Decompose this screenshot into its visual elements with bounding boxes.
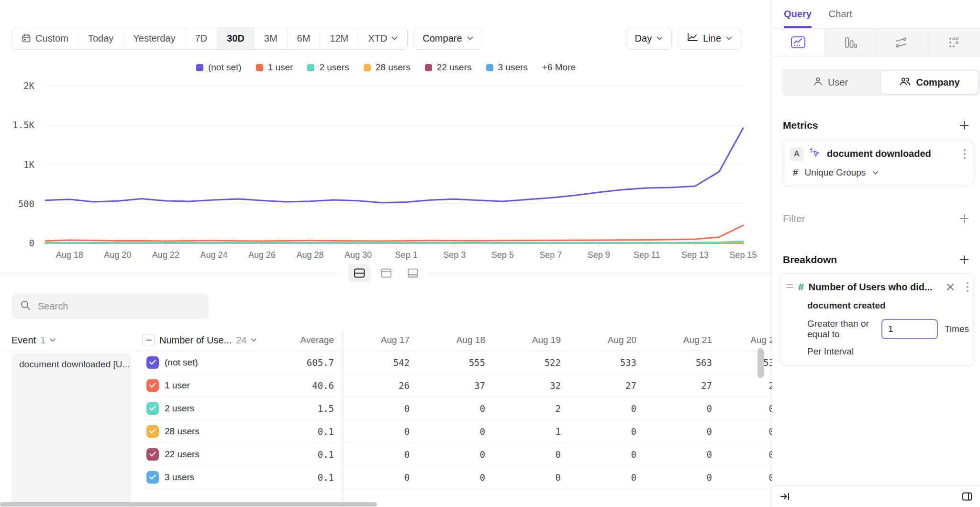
series-label-cell[interactable]: 22 users <box>143 448 263 461</box>
range-button-xtd[interactable]: XTD <box>358 27 407 49</box>
legend-swatch <box>256 64 263 71</box>
svg-text:Aug 26: Aug 26 <box>248 250 276 260</box>
user-icon <box>813 77 823 88</box>
breakdown-title: Breakdown <box>783 254 837 265</box>
series-label-cell[interactable]: 3 users <box>143 471 263 484</box>
entity-company-option[interactable]: Company <box>880 70 979 94</box>
date-column-header: Aug 17 <box>334 335 410 345</box>
panel-footer <box>772 485 980 507</box>
series-checkbox[interactable] <box>146 448 159 461</box>
chart-toolbar: CustomTodayYesterday7D30D3M6M12MXTD Comp… <box>0 0 772 50</box>
tab-chart[interactable]: Chart <box>829 9 852 28</box>
chart-type-bar[interactable] <box>824 29 876 56</box>
range-button-today[interactable]: Today <box>78 27 123 49</box>
chevron-down-icon <box>657 36 663 40</box>
event-column-header[interactable]: Event 1 <box>11 335 143 346</box>
value-cell: 2 <box>712 380 772 391</box>
range-button-12m[interactable]: 12M <box>320 27 358 49</box>
legend-item[interactable]: 22 users <box>425 62 472 73</box>
collapse-panel-icon[interactable] <box>780 492 791 501</box>
table-header-row: Event 1 Number of Use... 24 Average Aug … <box>11 330 772 351</box>
value-cell: 0 <box>410 472 485 483</box>
legend-swatch <box>196 64 203 71</box>
main-area: CustomTodayYesterday7D30D3M6M12MXTD Comp… <box>0 0 772 507</box>
group-column-header[interactable]: Number of Use... 24 <box>143 334 263 346</box>
vertical-scrollbar[interactable] <box>757 348 764 378</box>
add-breakdown-button[interactable] <box>959 254 969 265</box>
metric-measure-row[interactable]: # Unique Groups <box>793 167 966 178</box>
results-table: Event 1 Number of Use... 24 Average Aug … <box>0 330 772 489</box>
horizontal-scrollbar[interactable] <box>0 502 377 507</box>
range-button-7d[interactable]: 7D <box>185 27 217 49</box>
chevron-down-icon <box>872 171 879 175</box>
chart-type-line[interactable] <box>772 29 824 56</box>
breakdown-event-name[interactable]: document created <box>807 300 969 311</box>
breakdown-more-button[interactable] <box>966 281 969 293</box>
layout-table-only-button[interactable] <box>402 264 424 282</box>
date-column-header: Aug 19 <box>485 335 561 345</box>
range-button-30d[interactable]: 30D <box>217 27 254 49</box>
drag-handle-icon[interactable] <box>786 283 793 291</box>
tab-query[interactable]: Query <box>784 9 812 28</box>
bottom-panel-icon <box>407 268 419 278</box>
metrics-title: Metrics <box>783 120 818 131</box>
svg-text:1.5K: 1.5K <box>12 120 34 130</box>
legend-item[interactable]: 1 user <box>256 62 293 73</box>
per-interval-label[interactable]: Per Interval <box>807 346 969 357</box>
series-label-cell[interactable]: (not set) <box>143 356 263 369</box>
series-label-cell[interactable]: 2 users <box>143 402 263 415</box>
date-column-header: Aug 2 <box>712 335 772 345</box>
metric-more-button[interactable] <box>963 148 966 160</box>
range-button-yesterday[interactable]: Yesterday <box>123 27 185 49</box>
condition-value-input[interactable] <box>881 319 938 339</box>
legend-item[interactable]: 28 users <box>364 62 411 73</box>
series-checkbox[interactable] <box>146 425 159 438</box>
legend-item[interactable]: 3 users <box>486 62 528 73</box>
range-button-custom[interactable]: Custom <box>12 27 78 49</box>
series-checkbox[interactable] <box>146 379 159 392</box>
chevron-down-icon <box>391 36 398 40</box>
add-metric-button[interactable] <box>959 120 969 131</box>
series-checkbox[interactable] <box>146 402 159 415</box>
app-root: CustomTodayYesterday7D30D3M6M12MXTD Comp… <box>0 0 980 507</box>
range-button-3m[interactable]: 3M <box>254 27 287 49</box>
chart-type-dropdown[interactable]: Line <box>678 27 741 50</box>
chart-type-matrix[interactable] <box>928 29 980 56</box>
chart-type-label: Line <box>703 33 721 44</box>
series-checkbox[interactable] <box>146 356 159 369</box>
table-rows: (not set)605.7542555522533563531 user40.… <box>143 351 772 489</box>
entity-user-option[interactable]: User <box>782 69 879 96</box>
search-input[interactable] <box>38 301 200 312</box>
property-hash-icon: # <box>798 281 804 293</box>
close-icon[interactable] <box>946 283 955 291</box>
layout-split-button[interactable] <box>348 264 370 282</box>
condition-label[interactable]: Greater than or equal to <box>807 319 875 340</box>
interval-dropdown[interactable]: Day <box>626 27 672 50</box>
chart-type-flow[interactable] <box>876 29 928 56</box>
event-cell[interactable]: document downloaded [U... <box>11 353 131 507</box>
legend-item[interactable]: (not set) <box>196 62 242 73</box>
average-cell: 0.1 <box>263 449 334 460</box>
table-row: 2 users1.5002000 <box>143 397 772 420</box>
search-icon <box>20 300 31 313</box>
sidebar-toggle-icon[interactable] <box>962 492 972 501</box>
svg-text:Sep 15: Sep 15 <box>729 250 757 260</box>
range-button-6m[interactable]: 6M <box>287 27 320 49</box>
select-all-checkbox[interactable] <box>143 334 155 346</box>
value-cell: 0 <box>636 449 712 460</box>
legend-item[interactable]: 2 users <box>307 62 349 73</box>
add-filter-button[interactable] <box>959 213 969 224</box>
breakdown-property-name[interactable]: Number of Users who did... <box>809 282 933 293</box>
value-cell: 0 <box>485 449 561 460</box>
metric-event-name[interactable]: document downloaded <box>827 148 931 159</box>
layout-chart-only-button[interactable] <box>375 264 397 282</box>
svg-text:Sep 5: Sep 5 <box>491 250 514 260</box>
compare-button[interactable]: Compare <box>413 27 482 50</box>
svg-text:Sep 1: Sep 1 <box>395 250 418 260</box>
panel-tabs: Query Chart <box>772 0 980 29</box>
series-label-cell[interactable]: 28 users <box>143 425 263 438</box>
value-cell: 0 <box>410 449 485 460</box>
series-checkbox[interactable] <box>146 471 159 484</box>
legend-more[interactable]: +6 More <box>542 62 576 73</box>
series-label-cell[interactable]: 1 user <box>143 379 263 392</box>
